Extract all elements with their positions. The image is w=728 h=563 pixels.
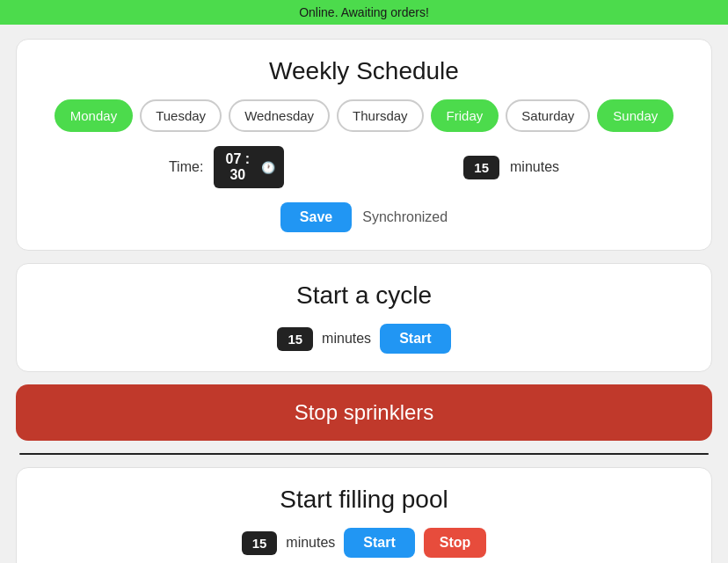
- stop-sprinklers-button[interactable]: Stop sprinklers: [16, 384, 712, 441]
- time-input[interactable]: 07 : 30 🕐: [214, 146, 284, 188]
- day-button-thursday[interactable]: Thursday: [337, 99, 424, 132]
- start-filling-pool-card: Start filling pool 15 minutes Start Stop: [16, 467, 712, 563]
- cycle-row: 15 minutes Start: [38, 324, 690, 354]
- start-cycle-card: Start a cycle 15 minutes Start: [16, 263, 712, 372]
- start-cycle-title: Start a cycle: [38, 282, 690, 310]
- start-filling-pool-title: Start filling pool: [38, 486, 690, 514]
- divider: [19, 453, 709, 455]
- day-button-sunday[interactable]: Sunday: [597, 99, 673, 132]
- cycle-minutes-label: minutes: [322, 331, 371, 347]
- weekly-schedule-title: Weekly Schedule: [38, 57, 690, 85]
- weekly-schedule-card: Weekly Schedule Monday Tuesday Wednesday…: [16, 39, 712, 251]
- pool-minutes-label: minutes: [286, 535, 335, 551]
- schedule-minutes-badge[interactable]: 15: [463, 156, 499, 179]
- day-button-monday[interactable]: Monday: [55, 99, 133, 132]
- clock-icon: 🕐: [261, 161, 275, 174]
- save-button[interactable]: Save: [280, 202, 352, 232]
- status-bar: Online. Awaiting orders!: [0, 0, 728, 25]
- day-button-friday[interactable]: Friday: [431, 99, 499, 132]
- cycle-start-button[interactable]: Start: [380, 324, 450, 354]
- pool-start-button[interactable]: Start: [344, 528, 414, 558]
- pool-stop-button[interactable]: Stop: [424, 528, 487, 558]
- save-row: Save Synchronized: [38, 202, 690, 232]
- pool-row: 15 minutes Start Stop: [38, 528, 690, 558]
- days-row: Monday Tuesday Wednesday Thursday Friday…: [38, 99, 690, 132]
- day-button-wednesday[interactable]: Wednesday: [229, 99, 330, 132]
- time-label: Time:: [169, 159, 203, 175]
- cycle-minutes-badge[interactable]: 15: [277, 327, 313, 351]
- day-button-tuesday[interactable]: Tuesday: [140, 99, 222, 132]
- sync-text: Synchronized: [362, 209, 448, 225]
- day-button-saturday[interactable]: Saturday: [506, 99, 590, 132]
- time-row: Time: 07 : 30 🕐 15 minutes: [38, 146, 690, 188]
- schedule-minutes-label: minutes: [510, 159, 559, 175]
- pool-minutes-badge[interactable]: 15: [242, 531, 278, 555]
- time-value: 07 : 30: [222, 151, 252, 183]
